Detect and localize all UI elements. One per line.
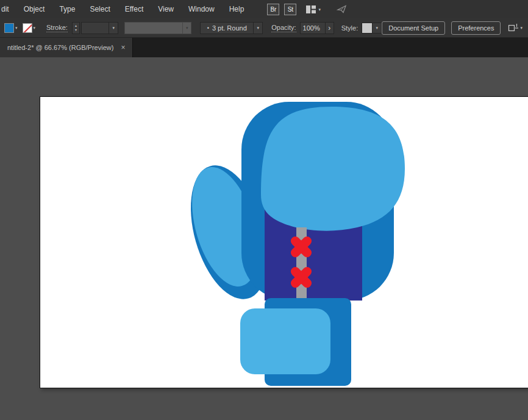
opacity-label[interactable]: Opacity: [271, 24, 296, 32]
stepper-up-icon: ▴ [75, 24, 77, 27]
stroke-none-swatch [23, 23, 32, 33]
width-profile-dropdown: ▾ [124, 22, 191, 34]
align-artboard-icon [508, 23, 519, 33]
align-options-control[interactable]: ▾ [508, 23, 523, 33]
boxing-glove-illustration[interactable] [40, 97, 528, 388]
chevron-down-icon: ▾ [112, 26, 115, 30]
document-setup-button[interactable]: Document Setup [382, 21, 445, 35]
chevron-down-icon: ▾ [376, 26, 378, 30]
brush-name: 3 pt. Round [212, 24, 247, 32]
style-label[interactable]: Style: [341, 24, 359, 32]
stroke-color-control[interactable]: ▾ [23, 23, 36, 33]
menu-type[interactable]: Type [52, 5, 82, 13]
menu-select[interactable]: Select [82, 5, 117, 13]
preferences-button[interactable]: Preferences [451, 21, 501, 35]
width-profile-preview [124, 22, 183, 34]
menu-bar: dit Object Type Select Effect View Windo… [0, 0, 528, 18]
chevron-down-icon: ▾ [34, 26, 36, 30]
menu-effect[interactable]: Effect [118, 5, 151, 13]
menu-edit[interactable]: dit [0, 5, 16, 13]
bridge-icon[interactable]: Br [267, 4, 279, 15]
chevron-down-icon: ▾ [186, 26, 188, 30]
cuff-shape[interactable] [240, 308, 330, 374]
chevron-down-icon: ▾ [15, 26, 18, 30]
opacity-input[interactable] [300, 22, 326, 34]
share-icon [337, 5, 348, 13]
document-tab-title: ntitled-2* @ 66.67% (RGB/Preview) [7, 44, 113, 51]
stroke-weight-stepper[interactable]: ▴ ▾ [72, 22, 80, 34]
workspace-switcher[interactable]: ▾ [306, 5, 321, 13]
stroke-weight-dropdown[interactable]: ▾ [81, 22, 118, 34]
menu-window[interactable]: Window [181, 5, 222, 13]
workspace-icon [306, 5, 316, 13]
menu-help[interactable]: Help [222, 5, 252, 13]
brush-definition-dropdown[interactable]: • 3 pt. Round ▾ [200, 22, 263, 34]
fill-color-control[interactable]: ▾ [4, 23, 18, 33]
opacity-options-button[interactable]: › [326, 22, 334, 34]
fill-swatch [4, 23, 14, 33]
document-tab-bar: ntitled-2* @ 66.67% (RGB/Preview) × [0, 38, 528, 57]
close-icon[interactable]: × [121, 43, 125, 52]
document-tab[interactable]: ntitled-2* @ 66.67% (RGB/Preview) × [0, 38, 133, 57]
stepper-down-icon: ▾ [75, 28, 77, 32]
menu-view[interactable]: View [151, 5, 181, 13]
mitt-top-shape[interactable] [261, 107, 405, 231]
stroke-label[interactable]: Stroke: [46, 24, 68, 32]
share-document-button[interactable] [337, 5, 348, 13]
chevron-down-icon: ▾ [520, 26, 523, 30]
style-dropdown[interactable]: ▾ [362, 23, 382, 34]
artboard[interactable] [40, 96, 528, 388]
canvas-area[interactable] [0, 57, 528, 420]
brush-tip-icon: • [207, 25, 209, 31]
control-bar: ▾ ▾ Stroke: ▴ ▾ ▾ ▾ • 3 pt. Round ▾ Opac… [0, 18, 528, 38]
chevron-down-icon: ▾ [257, 26, 259, 30]
style-swatch [362, 23, 373, 34]
chevron-down-icon: ▾ [318, 7, 321, 12]
menu-object[interactable]: Object [16, 5, 52, 13]
stock-icon[interactable]: St [284, 4, 296, 15]
